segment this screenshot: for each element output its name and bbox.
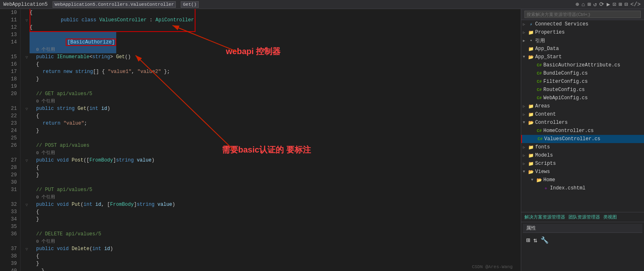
collapse-24[interactable] <box>24 128 30 134</box>
class-view-link[interactable]: 类视图 <box>603 214 617 220</box>
tree-item-webapi[interactable]: C# WebApiConfig.cs <box>521 94 644 102</box>
expand-content[interactable]: ▷ <box>523 112 528 117</box>
expand-areas[interactable]: ▷ <box>523 104 528 109</box>
collapse-18[interactable] <box>24 76 30 82</box>
team-explorer-link[interactable]: 团队资源管理器 <box>568 214 600 220</box>
tree-item-connected[interactable]: ▷ ⚡ Connected Services <box>521 20 644 28</box>
tree-item-route[interactable]: C# RouteConfig.cs <box>521 86 644 94</box>
collapse-40[interactable] <box>24 268 30 271</box>
props-icon-sort[interactable]: ⇅ <box>534 236 538 244</box>
dropdown2[interactable]: Get() <box>181 1 198 8</box>
tree-item-basic-auth[interactable]: C# BasicAuthorizeAttribute.cs <box>521 61 644 69</box>
project-title[interactable]: WebApplication5 <box>3 2 48 7</box>
expand-scripts[interactable]: ▷ <box>523 162 528 166</box>
toolbar-icon-refresh1[interactable]: ↺ <box>593 1 597 8</box>
toolbar-icon-box[interactable]: ⊡ <box>612 1 616 8</box>
tree-item-home-ctrl[interactable]: C# HomeController.cs <box>521 127 644 135</box>
code-line-15: ▽ public IEnumerable<string> Get() <box>24 53 516 61</box>
properties-panel: 属性 ⊞ ⇅ 🔧 <box>521 222 644 271</box>
collapse-20[interactable] <box>24 91 30 97</box>
collapse-23[interactable] <box>24 121 30 126</box>
collapse-11[interactable]: ▽ <box>24 17 30 23</box>
expand-fonts[interactable]: ▷ <box>523 145 528 150</box>
tree-item-index-cshtml[interactable]: ◈ Index.cshtml <box>521 184 644 192</box>
folder-scripts-icon: 📁 <box>528 160 534 167</box>
toolbar-icon-run[interactable]: ▶ <box>607 1 610 8</box>
tree-item-app-start[interactable]: ▼ 📂 App_Start <box>521 53 644 61</box>
expand-refs[interactable]: ▶ <box>523 39 528 43</box>
code-line-23: return "value"; <box>24 120 516 127</box>
tree-item-values-ctrl[interactable]: C# ValuesController.cs <box>521 135 644 143</box>
collapse-26[interactable] <box>24 143 30 148</box>
collapse-31[interactable] <box>24 187 30 193</box>
expand-controllers[interactable]: ▼ <box>523 121 528 125</box>
toolbar-icon-plus[interactable]: ⊞ <box>619 1 622 8</box>
props-icon-grid[interactable]: ⊞ <box>526 236 530 244</box>
tree-label-webapi: WebApiConfig.cs <box>543 95 588 101</box>
tree-item-refs[interactable]: ▶ ▪ 引用 <box>521 36 644 45</box>
tree-item-scripts[interactable]: ▷ 📁 Scripts <box>521 159 644 168</box>
props-icon-wrench[interactable]: 🔧 <box>540 236 549 244</box>
expand-connected[interactable]: ▷ <box>523 22 528 27</box>
collapse-16[interactable] <box>24 61 30 67</box>
collapse-34[interactable] <box>24 216 30 222</box>
tree-item-home-view[interactable]: ▼ 📂 Home <box>521 176 644 184</box>
tree-item-controllers[interactable]: ▼ 📂 Controllers <box>521 118 644 127</box>
collapse-17[interactable] <box>24 69 30 75</box>
code-line-24: } <box>24 127 516 134</box>
tree-item-views[interactable]: ▼ 📂 Views <box>521 168 644 176</box>
collapse-10[interactable] <box>24 10 30 16</box>
collapse-36[interactable] <box>24 231 30 237</box>
expand-models[interactable]: ▷ <box>523 153 528 158</box>
dropdown1[interactable]: WebApplication5.Controllers.ValuesContro… <box>53 1 176 8</box>
line-numbers: 10 11 12 13 14 15 16 17 18 19 20 21 22 2… <box>0 9 21 271</box>
collapse-38[interactable] <box>24 253 30 259</box>
collapse-37[interactable]: ▽ <box>24 246 30 252</box>
collapse-27[interactable]: ▽ <box>24 157 30 163</box>
expand-app-start[interactable]: ▼ <box>523 55 528 59</box>
tree-item-areas[interactable]: ▷ 📁 Areas <box>521 102 644 110</box>
toolbar-icon-grid[interactable]: ⊞ <box>587 1 591 8</box>
toolbar-icon-minus[interactable]: ⊟ <box>624 1 628 8</box>
tree-item-properties[interactable]: ▷ 📁 Properties <box>521 28 644 36</box>
code-line-17: return new string[] { "value1", "value2"… <box>24 68 516 75</box>
toolbar-icon-code[interactable]: </> <box>630 1 641 8</box>
tree-item-models[interactable]: ▷ 📁 Models <box>521 151 644 159</box>
collapse-13[interactable] <box>24 32 30 38</box>
collapse-32[interactable]: ▽ <box>24 202 30 207</box>
scroll-strip[interactable] <box>516 9 521 271</box>
collapse-33[interactable] <box>24 209 30 215</box>
toolbar-icon-home[interactable]: ⌂ <box>582 1 585 8</box>
toolbar-icon-refresh2[interactable]: ⟳ <box>599 1 604 8</box>
collapse-30 <box>24 180 30 185</box>
code-line-14: [BasicAuthorize] <box>24 39 516 46</box>
code-line-35 <box>24 223 516 230</box>
tree-item-content[interactable]: ▷ 📁 Content <box>521 110 644 118</box>
tree-label-areas: Areas <box>535 103 550 109</box>
tree-item-filter[interactable]: C# FilterConfig.cs <box>521 77 644 86</box>
collapse-21[interactable]: ▽ <box>24 106 30 112</box>
code-line-39: } <box>24 260 516 267</box>
collapse-28[interactable] <box>24 165 30 171</box>
code-editor[interactable]: { ▽ public class ValuesController : ApiC… <box>21 9 516 271</box>
expand-home-view[interactable]: ▼ <box>531 178 536 182</box>
tree-item-app-data[interactable]: 📁 App_Data <box>521 45 644 53</box>
solution-search-input[interactable] <box>524 11 641 18</box>
collapse-14[interactable] <box>24 39 30 45</box>
tree-item-bundle[interactable]: C# BundleConfig.cs <box>521 69 644 77</box>
solution-explorer-link[interactable]: 解决方案资源管理器 <box>524 214 565 220</box>
collapse-15[interactable]: ▽ <box>24 54 30 60</box>
collapse-12[interactable] <box>24 25 30 30</box>
collapse-ref1 <box>24 47 30 52</box>
code-line-38: { <box>24 253 516 260</box>
toolbar-icon-add[interactable]: ⊕ <box>575 1 579 8</box>
collapse-39[interactable] <box>24 261 30 266</box>
expand-properties[interactable]: ▷ <box>523 30 528 35</box>
collapse-22[interactable] <box>24 113 30 119</box>
tree-label-properties: Properties <box>535 30 565 35</box>
tree-label-refs: 引用 <box>535 37 545 44</box>
tree-item-fonts[interactable]: ▷ 📁 fonts <box>521 143 644 151</box>
collapse-29[interactable] <box>24 172 30 178</box>
expand-views[interactable]: ▼ <box>523 170 528 174</box>
tree-label-connected: Connected Services <box>535 21 589 27</box>
